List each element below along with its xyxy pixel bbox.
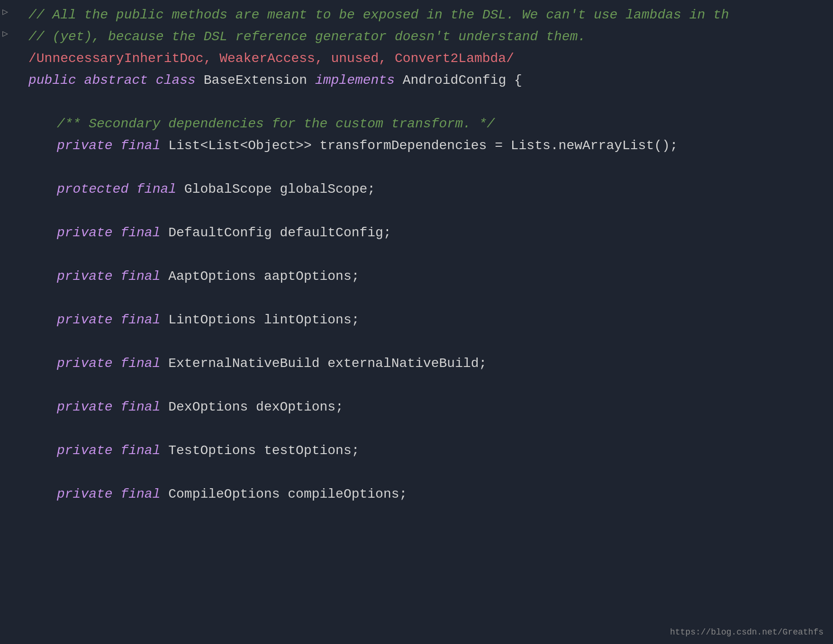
code-keyword-10: private final [57,310,160,331]
code-comment-5: /** Secondary dependencies for the custo… [57,114,495,135]
url-bar: https://blog.csdn.net/Greathfs [670,626,824,639]
code-keyword-9: private final [57,266,160,287]
code-type-11: ExternalNativeBuild externalNativeBuild; [168,353,487,375]
code-line-3: /UnnecessaryInheritDoc, WeakerAccess, un… [28,48,833,70]
code-keyword-8: private final [57,223,160,244]
fold-marker-2[interactable]: ▷ [2,27,8,42]
code-line-1: ▷ // All the public methods are meant to… [28,5,833,27]
fold-marker-1[interactable]: ▷ [2,5,8,20]
code-line-9: private final AaptOptions aaptOptions; [28,266,833,288]
code-text-2: // (yet), because the DSL reference gene… [28,27,586,48]
code-keyword-14: private final [57,484,160,505]
code-type-8: DefaultConfig defaultConfig; [168,223,391,244]
code-line-11: private final ExternalNativeBuild extern… [28,353,833,375]
code-line-2: ▷ // (yet), because the DSL reference ge… [28,27,833,48]
blank-line-8 [28,419,833,440]
code-keyword-implements: implements [315,70,395,91]
blank-line-4 [28,244,833,266]
code-editor: ▷ // All the public methods are meant to… [0,0,833,644]
blank-line-9 [28,462,833,484]
code-type-13: TestOptions testOptions; [168,440,359,462]
code-line-8: private final DefaultConfig defaultConfi… [28,223,833,244]
code-type-12: DexOptions dexOptions; [168,397,344,418]
code-type-7: GlobalScope globalScope; [184,179,375,200]
code-type-10: LintOptions lintOptions; [168,310,359,331]
code-keyword-11: private final [57,353,160,375]
code-type-9: AaptOptions aaptOptions; [168,266,359,287]
blank-line-7 [28,375,833,397]
code-keyword-13: private final [57,440,160,462]
blank-line-3 [28,201,833,223]
code-keyword-7: protected final [57,179,176,200]
code-line-4: public abstract class BaseExtension impl… [28,70,833,92]
code-type-14: CompileOptions compileOptions; [168,484,407,505]
blank-line-1 [28,92,833,114]
blank-line-5 [28,288,833,310]
code-text-1: // All the public methods are meant to b… [28,5,729,26]
code-line-10: private final LintOptions lintOptions; [28,310,833,331]
code-line-7: protected final GlobalScope globalScope; [28,179,833,201]
blank-line-6 [28,331,833,353]
code-keyword-12: private final [57,397,160,418]
blank-line-2 [28,157,833,179]
code-line-13: private final TestOptions testOptions; [28,440,833,462]
code-type-6: List<List<Object>> transformDependencies… [168,135,678,157]
code-annotation-3: /UnnecessaryInheritDoc, WeakerAccess, un… [28,48,514,70]
code-line-14: private final CompileOptions compileOpti… [28,484,833,506]
code-line-6: private final List<List<Object>> transfo… [28,135,833,157]
code-interface: AndroidConfig { [403,70,522,91]
code-line-5: /** Secondary dependencies for the custo… [28,114,833,135]
code-line-12: private final DexOptions dexOptions; [28,397,833,419]
code-keyword-public: public abstract class [28,70,196,91]
code-keyword-6: private final [57,135,160,157]
code-classname: BaseExtension [204,70,315,91]
